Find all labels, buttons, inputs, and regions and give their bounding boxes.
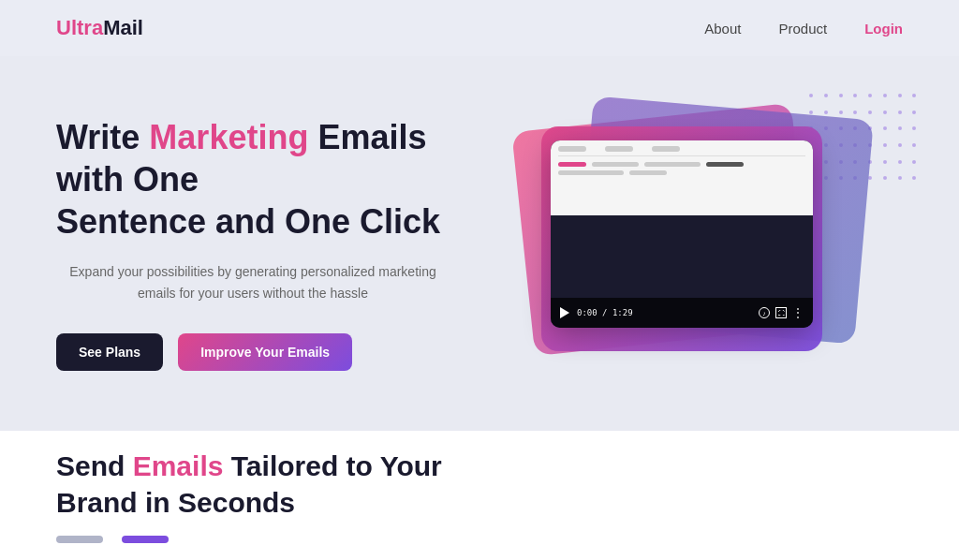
logo-mail: Mail <box>103 16 143 39</box>
second-title: Send Emails Tailored to YourBrand in Sec… <box>56 448 442 521</box>
see-plans-button[interactable]: See Plans <box>56 333 163 371</box>
navbar: UltraMail About Product Login <box>0 0 959 56</box>
video-app-bar <box>558 146 805 156</box>
video-time: 0:00 / 1:29 <box>577 308 633 317</box>
video-app-pill-gray-4 <box>629 170 667 175</box>
video-app-row-2 <box>558 170 805 175</box>
nav-login[interactable]: Login <box>864 21 903 37</box>
video-play-icon[interactable] <box>560 307 569 318</box>
video-left-controls: 0:00 / 1:29 <box>560 307 633 318</box>
hero-subtitle: Expand your possibilities by generating … <box>56 261 450 303</box>
nav-links: About Product Login <box>704 21 903 37</box>
video-controls[interactable]: 0:00 / 1:29 ♪ ⛶ ⋮ <box>551 298 813 328</box>
second-title-highlight: Emails <box>133 450 224 481</box>
video-app-pill-gray-3 <box>558 170 624 175</box>
video-right-icons: ♪ ⛶ ⋮ <box>759 306 804 319</box>
hero-title: Write Marketing Emails with OneSentence … <box>56 116 480 243</box>
improve-emails-button[interactable]: Improve Your Emails <box>178 333 352 371</box>
video-app-bar-dot-1 <box>558 146 586 152</box>
hero-left: Write Marketing Emails with OneSentence … <box>56 116 480 371</box>
video-more-icon[interactable]: ⋮ <box>792 306 804 319</box>
video-app-row-1 <box>558 162 805 167</box>
video-app-pill-gray-1 <box>592 162 639 167</box>
logo[interactable]: UltraMail <box>56 16 143 40</box>
scroll-dot-2[interactable] <box>122 536 169 543</box>
hero-buttons: See Plans Improve Your Emails <box>56 333 480 371</box>
hero-title-highlight: Marketing <box>149 118 308 156</box>
logo-ultra: Ultra <box>56 16 103 39</box>
volume-symbol: ♪ <box>762 310 766 317</box>
video-app-bar-dot-3 <box>652 146 680 152</box>
video-volume-icon[interactable]: ♪ <box>759 307 770 318</box>
nav-product[interactable]: Product <box>778 21 827 37</box>
second-section: Send Emails Tailored to YourBrand in Sec… <box>0 431 959 560</box>
video-app-pill-red <box>558 162 586 167</box>
card-stack: 0:00 / 1:29 ♪ ⛶ ⋮ <box>532 108 850 379</box>
hero-section: Write Marketing Emails with OneSentence … <box>0 56 959 431</box>
scroll-indicator <box>56 536 169 543</box>
video-app-pill-dark <box>706 162 744 167</box>
video-app-pill-gray-2 <box>644 162 701 167</box>
hero-right: 0:00 / 1:29 ♪ ⛶ ⋮ <box>480 56 903 431</box>
video-app-bar-dot-2 <box>605 146 633 152</box>
scroll-dot-1[interactable] <box>56 536 103 543</box>
video-app-top <box>551 140 813 215</box>
video-card: 0:00 / 1:29 ♪ ⛶ ⋮ <box>551 140 813 328</box>
fullscreen-symbol: ⛶ <box>778 310 785 317</box>
video-fullscreen-icon[interactable]: ⛶ <box>775 307 787 318</box>
nav-about[interactable]: About <box>704 21 741 37</box>
